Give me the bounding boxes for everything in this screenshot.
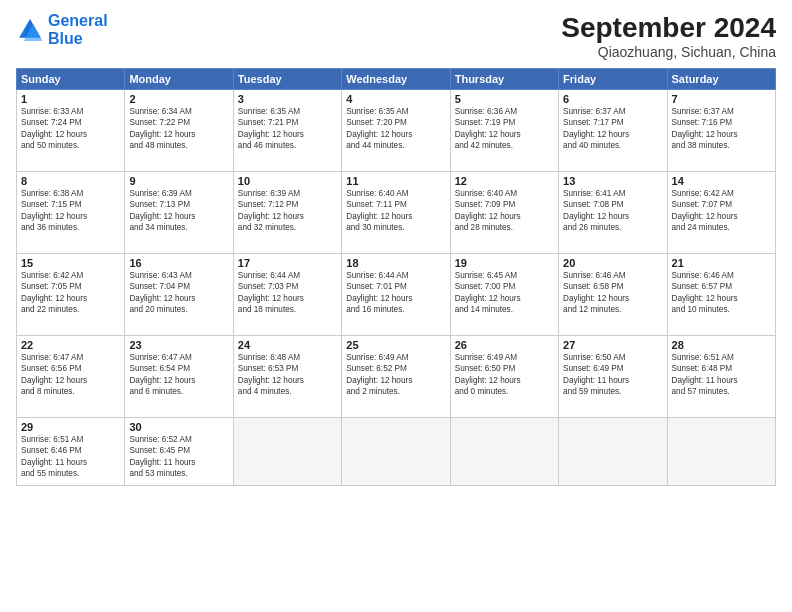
table-row: 3Sunrise: 6:35 AM Sunset: 7:21 PM Daylig… xyxy=(233,90,341,172)
table-row: 22Sunrise: 6:47 AM Sunset: 6:56 PM Dayli… xyxy=(17,336,125,418)
table-row: 17Sunrise: 6:44 AM Sunset: 7:03 PM Dayli… xyxy=(233,254,341,336)
table-row: 24Sunrise: 6:48 AM Sunset: 6:53 PM Dayli… xyxy=(233,336,341,418)
calendar-table: Sunday Monday Tuesday Wednesday Thursday… xyxy=(16,68,776,486)
day-info: Sunrise: 6:33 AM Sunset: 7:24 PM Dayligh… xyxy=(21,106,120,152)
calendar-header-row: Sunday Monday Tuesday Wednesday Thursday… xyxy=(17,69,776,90)
table-row: 20Sunrise: 6:46 AM Sunset: 6:58 PM Dayli… xyxy=(559,254,667,336)
day-number: 23 xyxy=(129,339,228,351)
table-row: 30Sunrise: 6:52 AM Sunset: 6:45 PM Dayli… xyxy=(125,418,233,486)
table-row xyxy=(559,418,667,486)
day-number: 18 xyxy=(346,257,445,269)
day-info: Sunrise: 6:49 AM Sunset: 6:50 PM Dayligh… xyxy=(455,352,554,398)
day-info: Sunrise: 6:51 AM Sunset: 6:46 PM Dayligh… xyxy=(21,434,120,480)
table-row: 15Sunrise: 6:42 AM Sunset: 7:05 PM Dayli… xyxy=(17,254,125,336)
day-number: 10 xyxy=(238,175,337,187)
table-row: 10Sunrise: 6:39 AM Sunset: 7:12 PM Dayli… xyxy=(233,172,341,254)
table-row: 16Sunrise: 6:43 AM Sunset: 7:04 PM Dayli… xyxy=(125,254,233,336)
col-thursday: Thursday xyxy=(450,69,558,90)
day-number: 27 xyxy=(563,339,662,351)
day-number: 8 xyxy=(21,175,120,187)
table-row: 19Sunrise: 6:45 AM Sunset: 7:00 PM Dayli… xyxy=(450,254,558,336)
table-row: 1Sunrise: 6:33 AM Sunset: 7:24 PM Daylig… xyxy=(17,90,125,172)
col-tuesday: Tuesday xyxy=(233,69,341,90)
day-info: Sunrise: 6:40 AM Sunset: 7:09 PM Dayligh… xyxy=(455,188,554,234)
title-block: September 2024 Qiaozhuang, Sichuan, Chin… xyxy=(561,12,776,60)
day-info: Sunrise: 6:44 AM Sunset: 7:03 PM Dayligh… xyxy=(238,270,337,316)
table-row xyxy=(233,418,341,486)
day-number: 9 xyxy=(129,175,228,187)
table-row: 23Sunrise: 6:47 AM Sunset: 6:54 PM Dayli… xyxy=(125,336,233,418)
header: General Blue September 2024 Qiaozhuang, … xyxy=(16,12,776,60)
day-number: 28 xyxy=(672,339,771,351)
day-info: Sunrise: 6:39 AM Sunset: 7:12 PM Dayligh… xyxy=(238,188,337,234)
day-info: Sunrise: 6:38 AM Sunset: 7:15 PM Dayligh… xyxy=(21,188,120,234)
day-number: 17 xyxy=(238,257,337,269)
day-info: Sunrise: 6:49 AM Sunset: 6:52 PM Dayligh… xyxy=(346,352,445,398)
table-row: 5Sunrise: 6:36 AM Sunset: 7:19 PM Daylig… xyxy=(450,90,558,172)
day-number: 19 xyxy=(455,257,554,269)
col-sunday: Sunday xyxy=(17,69,125,90)
day-info: Sunrise: 6:46 AM Sunset: 6:58 PM Dayligh… xyxy=(563,270,662,316)
calendar-subtitle: Qiaozhuang, Sichuan, China xyxy=(561,44,776,60)
logo-blue: Blue xyxy=(48,30,83,47)
day-info: Sunrise: 6:35 AM Sunset: 7:20 PM Dayligh… xyxy=(346,106,445,152)
day-number: 16 xyxy=(129,257,228,269)
table-row xyxy=(450,418,558,486)
table-row: 25Sunrise: 6:49 AM Sunset: 6:52 PM Dayli… xyxy=(342,336,450,418)
day-number: 1 xyxy=(21,93,120,105)
table-row: 27Sunrise: 6:50 AM Sunset: 6:49 PM Dayli… xyxy=(559,336,667,418)
table-row: 18Sunrise: 6:44 AM Sunset: 7:01 PM Dayli… xyxy=(342,254,450,336)
day-info: Sunrise: 6:46 AM Sunset: 6:57 PM Dayligh… xyxy=(672,270,771,316)
day-info: Sunrise: 6:42 AM Sunset: 7:05 PM Dayligh… xyxy=(21,270,120,316)
day-info: Sunrise: 6:35 AM Sunset: 7:21 PM Dayligh… xyxy=(238,106,337,152)
table-row: 6Sunrise: 6:37 AM Sunset: 7:17 PM Daylig… xyxy=(559,90,667,172)
day-info: Sunrise: 6:43 AM Sunset: 7:04 PM Dayligh… xyxy=(129,270,228,316)
table-row: 12Sunrise: 6:40 AM Sunset: 7:09 PM Dayli… xyxy=(450,172,558,254)
table-row: 14Sunrise: 6:42 AM Sunset: 7:07 PM Dayli… xyxy=(667,172,775,254)
day-number: 7 xyxy=(672,93,771,105)
day-info: Sunrise: 6:36 AM Sunset: 7:19 PM Dayligh… xyxy=(455,106,554,152)
day-info: Sunrise: 6:42 AM Sunset: 7:07 PM Dayligh… xyxy=(672,188,771,234)
table-row: 11Sunrise: 6:40 AM Sunset: 7:11 PM Dayli… xyxy=(342,172,450,254)
day-info: Sunrise: 6:39 AM Sunset: 7:13 PM Dayligh… xyxy=(129,188,228,234)
day-number: 3 xyxy=(238,93,337,105)
day-info: Sunrise: 6:37 AM Sunset: 7:17 PM Dayligh… xyxy=(563,106,662,152)
table-row: 13Sunrise: 6:41 AM Sunset: 7:08 PM Dayli… xyxy=(559,172,667,254)
logo-text: General Blue xyxy=(48,12,108,47)
day-info: Sunrise: 6:48 AM Sunset: 6:53 PM Dayligh… xyxy=(238,352,337,398)
day-number: 22 xyxy=(21,339,120,351)
table-row: 29Sunrise: 6:51 AM Sunset: 6:46 PM Dayli… xyxy=(17,418,125,486)
col-wednesday: Wednesday xyxy=(342,69,450,90)
day-number: 26 xyxy=(455,339,554,351)
day-number: 13 xyxy=(563,175,662,187)
table-row: 21Sunrise: 6:46 AM Sunset: 6:57 PM Dayli… xyxy=(667,254,775,336)
day-number: 5 xyxy=(455,93,554,105)
day-number: 4 xyxy=(346,93,445,105)
day-number: 6 xyxy=(563,93,662,105)
table-row: 8Sunrise: 6:38 AM Sunset: 7:15 PM Daylig… xyxy=(17,172,125,254)
table-row: 2Sunrise: 6:34 AM Sunset: 7:22 PM Daylig… xyxy=(125,90,233,172)
day-number: 29 xyxy=(21,421,120,433)
day-number: 30 xyxy=(129,421,228,433)
day-info: Sunrise: 6:34 AM Sunset: 7:22 PM Dayligh… xyxy=(129,106,228,152)
day-number: 25 xyxy=(346,339,445,351)
col-monday: Monday xyxy=(125,69,233,90)
table-row xyxy=(342,418,450,486)
day-number: 15 xyxy=(21,257,120,269)
page: General Blue September 2024 Qiaozhuang, … xyxy=(0,0,792,612)
logo: General Blue xyxy=(16,12,108,47)
day-number: 24 xyxy=(238,339,337,351)
col-saturday: Saturday xyxy=(667,69,775,90)
day-number: 12 xyxy=(455,175,554,187)
day-number: 2 xyxy=(129,93,228,105)
day-info: Sunrise: 6:44 AM Sunset: 7:01 PM Dayligh… xyxy=(346,270,445,316)
day-number: 20 xyxy=(563,257,662,269)
day-info: Sunrise: 6:37 AM Sunset: 7:16 PM Dayligh… xyxy=(672,106,771,152)
day-number: 14 xyxy=(672,175,771,187)
table-row: 28Sunrise: 6:51 AM Sunset: 6:48 PM Dayli… xyxy=(667,336,775,418)
day-number: 11 xyxy=(346,175,445,187)
col-friday: Friday xyxy=(559,69,667,90)
day-number: 21 xyxy=(672,257,771,269)
table-row: 4Sunrise: 6:35 AM Sunset: 7:20 PM Daylig… xyxy=(342,90,450,172)
table-row: 7Sunrise: 6:37 AM Sunset: 7:16 PM Daylig… xyxy=(667,90,775,172)
